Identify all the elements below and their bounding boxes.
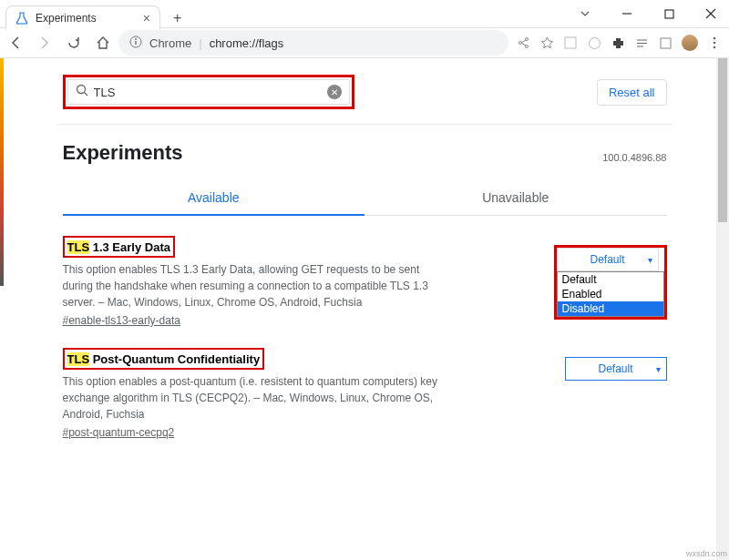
flag-select[interactable]: Default ▾ <box>565 357 667 381</box>
flag-title: TLS Post-Quantum Confidentiality <box>67 352 261 366</box>
svg-point-9 <box>525 45 528 47</box>
search-input[interactable] <box>94 86 322 99</box>
flag-item: TLS 1.3 Early Data This option enables T… <box>63 236 667 328</box>
scrollbar-thumb[interactable] <box>718 58 727 222</box>
svg-rect-1 <box>665 10 673 18</box>
svg-point-11 <box>589 37 600 48</box>
forward-button[interactable] <box>36 35 53 51</box>
flags-topbar: ✕ Reset all <box>57 75 673 125</box>
more-chevron-icon[interactable] <box>572 2 598 25</box>
flag-description: This option enables TLS 1.3 Early Data, … <box>63 261 446 311</box>
back-button[interactable] <box>7 35 24 51</box>
watermark: wxsdn.com <box>686 549 727 558</box>
home-button[interactable] <box>95 35 111 51</box>
svg-point-17 <box>714 42 716 45</box>
svg-point-5 <box>135 38 137 40</box>
site-info-icon[interactable] <box>129 36 142 51</box>
content-area: ✕ Reset all Experiments 100.0.4896.88 Av… <box>0 58 729 560</box>
search-highlight: TLS <box>67 352 90 366</box>
extension-circle-icon[interactable] <box>587 36 601 50</box>
scrollbar-track[interactable] <box>716 58 729 560</box>
tab-close-button[interactable]: × <box>143 11 150 25</box>
extensions-puzzle-icon[interactable] <box>611 36 625 50</box>
flag-dropdown: Default Enabled Disabled <box>557 271 664 317</box>
profile-avatar[interactable] <box>682 35 698 51</box>
bookmark-star-icon[interactable] <box>539 36 554 50</box>
menu-dots-icon[interactable] <box>707 36 722 50</box>
tab-strip: Experiments × + <box>5 5 185 30</box>
panel-icon[interactable] <box>563 36 578 50</box>
address-bar[interactable]: Chrome | chrome://flags <box>118 30 508 56</box>
reload-button[interactable] <box>66 35 82 51</box>
flag-hash-link[interactable]: #enable-tls13-early-data <box>63 314 180 327</box>
flag-title: TLS 1.3 Early Data <box>67 240 170 254</box>
address-label: Chrome <box>149 36 191 50</box>
tabs: Available Unavailable <box>63 181 667 216</box>
address-separator: | <box>199 36 201 50</box>
flask-icon <box>15 12 28 25</box>
search-highlight-box: ✕ <box>63 75 354 109</box>
tab-unavailable[interactable]: Unavailable <box>364 181 667 215</box>
svg-point-16 <box>714 37 716 40</box>
window-maximize-button[interactable] <box>656 2 682 25</box>
flag-description: This option enables a post-quantum (i.e.… <box>63 373 446 423</box>
svg-point-18 <box>714 46 716 49</box>
svg-rect-15 <box>661 38 671 48</box>
dropdown-option-enabled[interactable]: Enabled <box>558 287 663 301</box>
tab-available[interactable]: Available <box>63 181 365 216</box>
version-label: 100.0.4896.88 <box>602 152 666 163</box>
svg-point-19 <box>77 86 85 94</box>
svg-point-7 <box>525 37 528 40</box>
new-tab-button[interactable]: + <box>169 6 185 30</box>
dropdown-option-disabled[interactable]: Disabled <box>558 301 663 316</box>
tab-title: Experiments <box>36 12 97 25</box>
dropdown-option-default[interactable]: Default <box>558 272 663 287</box>
chevron-down-icon: ▾ <box>648 255 652 265</box>
reset-all-button[interactable]: Reset all <box>597 79 667 106</box>
reading-list-icon[interactable] <box>634 36 649 50</box>
chevron-down-icon: ▾ <box>656 364 661 374</box>
search-box[interactable]: ✕ <box>67 79 350 105</box>
flag-item: TLS Post-Quantum Confidentiality This op… <box>63 348 667 440</box>
browser-toolbar: Chrome | chrome://flags <box>0 27 729 58</box>
clear-search-button[interactable]: ✕ <box>327 85 342 99</box>
flag-title-highlight-box: TLS 1.3 Early Data <box>63 236 175 258</box>
tab-square-icon[interactable] <box>658 36 673 50</box>
svg-line-20 <box>84 93 87 97</box>
flag-title-highlight-box: TLS Post-Quantum Confidentiality <box>63 348 265 370</box>
search-icon <box>76 84 88 100</box>
flag-select[interactable]: Default ▾ <box>557 248 659 271</box>
page-title: Experiments <box>63 141 667 165</box>
select-highlight-box: Default ▾ Default Enabled Disabled <box>554 245 667 320</box>
search-highlight: TLS <box>67 240 90 254</box>
left-color-strip <box>0 58 4 286</box>
window-close-button[interactable] <box>698 2 724 25</box>
svg-rect-10 <box>565 37 576 48</box>
svg-point-8 <box>519 41 521 44</box>
browser-tab[interactable]: Experiments × <box>5 5 160 30</box>
address-url: chrome://flags <box>210 36 284 50</box>
share-icon[interactable] <box>516 36 530 50</box>
window-minimize-button[interactable] <box>614 2 640 25</box>
flag-hash-link[interactable]: #post-quantum-cecpq2 <box>63 426 175 439</box>
